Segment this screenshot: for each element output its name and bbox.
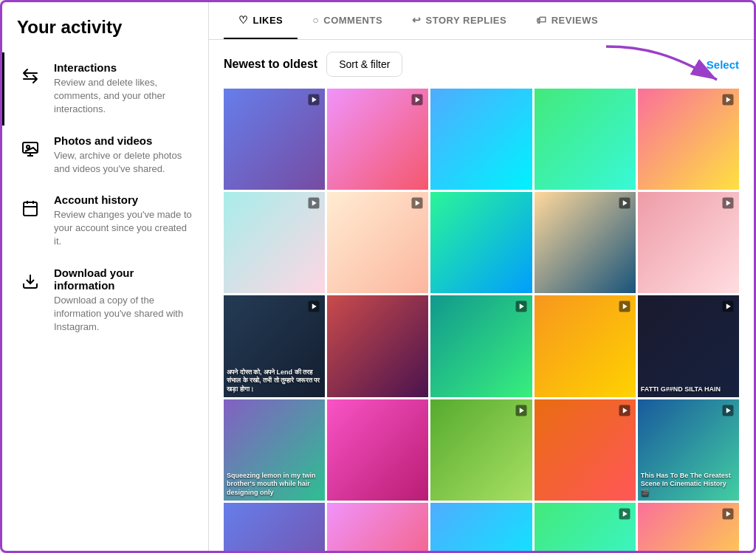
tab-comments[interactable]: ○ COMMENTS — [298, 2, 397, 39]
photo-item-10[interactable] — [638, 192, 739, 293]
tab-story-replies[interactable]: ↩ STORY REPLIES — [397, 2, 521, 39]
video-play-icon — [410, 93, 424, 109]
video-play-icon — [307, 196, 320, 212]
photo-item-22[interactable] — [327, 503, 428, 551]
photo-item-18[interactable] — [430, 399, 532, 501]
photo-item-16[interactable]: Squeezing lemon in my twin brother's mou… — [224, 399, 325, 501]
photo-item-25[interactable] — [638, 503, 739, 551]
tab-likes[interactable]: ♡ LIKES — [224, 2, 298, 39]
photo-overlay-text: This Has To Be The Greatest Scene In Cin… — [641, 472, 736, 498]
photo-item-19[interactable] — [535, 399, 636, 501]
account-history-text: Account history Review changes you've ma… — [54, 193, 193, 249]
photo-item-17[interactable] — [327, 399, 428, 501]
video-play-icon — [721, 300, 735, 315]
video-play-icon — [721, 507, 735, 523]
photos-videos-text: Photos and videos View, archive or delet… — [54, 134, 193, 176]
photo-overlay-text: FATTI G##ND SILTA HAIN — [641, 385, 736, 394]
video-play-icon — [721, 196, 735, 212]
photo-item-13[interactable] — [430, 295, 532, 396]
photo-grid: अपने दोस्त को, अपने Lend की तरह संभाल के… — [224, 89, 739, 551]
photo-item-11[interactable]: अपने दोस्त को, अपने Lend की तरह संभाल के… — [224, 295, 325, 396]
heart-icon: ♡ — [238, 14, 249, 26]
sidebar-item-interactions[interactable]: Interactions Review and delete likes, co… — [2, 52, 208, 126]
video-play-icon — [618, 196, 631, 212]
svg-point-2 — [27, 145, 30, 148]
filter-left: Newest to oldest Sort & filter — [224, 52, 402, 77]
photo-item-9[interactable] — [535, 192, 636, 293]
sidebar: Your activity Interactions Review and de… — [2, 2, 209, 551]
sidebar-item-account-history[interactable]: Account history Review changes you've ma… — [2, 185, 208, 258]
photo-item-21[interactable] — [224, 503, 325, 551]
comment-icon: ○ — [312, 14, 319, 26]
content-area: Newest to oldest Sort & filter Select — [209, 40, 754, 551]
select-button[interactable]: Select — [707, 58, 739, 71]
photo-overlay-text: Squeezing lemon in my twin brother's mou… — [227, 472, 322, 498]
account-history-icon — [17, 195, 44, 221]
video-play-icon — [307, 300, 320, 315]
app-container: Your activity Interactions Review and de… — [0, 0, 756, 553]
photo-item-14[interactable] — [535, 295, 636, 396]
sidebar-item-photos-videos[interactable]: Photos and videos View, archive or delet… — [2, 126, 208, 185]
video-play-icon — [618, 300, 631, 315]
download-icon — [17, 268, 44, 295]
filter-bar: Newest to oldest Sort & filter Select — [224, 52, 739, 77]
photo-item-2[interactable] — [327, 89, 428, 190]
photos-videos-icon — [17, 136, 44, 162]
svg-rect-3 — [24, 202, 37, 216]
photo-item-4[interactable] — [535, 89, 636, 190]
photo-item-6[interactable] — [224, 192, 325, 293]
video-play-icon — [618, 404, 631, 419]
download-text: Download your information Download a cop… — [54, 267, 193, 334]
sort-label: Newest to oldest — [224, 58, 317, 71]
photo-item-23[interactable]: On My Husband — [430, 503, 532, 551]
photo-item-15[interactable]: FATTI G##ND SILTA HAIN — [638, 295, 739, 396]
sidebar-title: Your activity — [2, 17, 208, 52]
tag-icon: 🏷 — [536, 14, 547, 26]
video-play-icon — [515, 404, 528, 419]
video-play-icon — [721, 93, 735, 109]
photo-item-8[interactable] — [430, 192, 532, 293]
photo-item-3[interactable] — [430, 89, 532, 190]
tab-reviews[interactable]: 🏷 REVIEWS — [521, 2, 613, 39]
sort-filter-button[interactable]: Sort & filter — [326, 52, 402, 77]
photo-item-5[interactable] — [638, 89, 739, 190]
video-play-icon — [515, 300, 528, 315]
reply-icon: ↩ — [412, 14, 422, 26]
photo-item-24[interactable] — [535, 503, 636, 551]
main-content: ♡ LIKES ○ COMMENTS ↩ STORY REPLIES 🏷 REV… — [209, 2, 754, 551]
photo-item-1[interactable] — [224, 89, 325, 190]
sidebar-item-download[interactable]: Download your information Download a cop… — [2, 258, 208, 343]
video-play-icon — [410, 196, 424, 212]
interactions-icon — [17, 63, 44, 89]
interactions-text: Interactions Review and delete likes, co… — [54, 61, 193, 117]
photo-item-20[interactable]: This Has To Be The Greatest Scene In Cin… — [638, 399, 739, 501]
video-play-icon — [307, 93, 320, 109]
photo-item-7[interactable] — [327, 192, 428, 293]
photo-overlay-text: अपने दोस्त को, अपने Lend की तरह संभाल के… — [227, 368, 322, 394]
video-play-icon — [618, 507, 631, 523]
tabs-bar: ♡ LIKES ○ COMMENTS ↩ STORY REPLIES 🏷 REV… — [209, 2, 754, 40]
photo-item-12[interactable] — [327, 295, 428, 396]
video-play-icon — [721, 404, 735, 419]
